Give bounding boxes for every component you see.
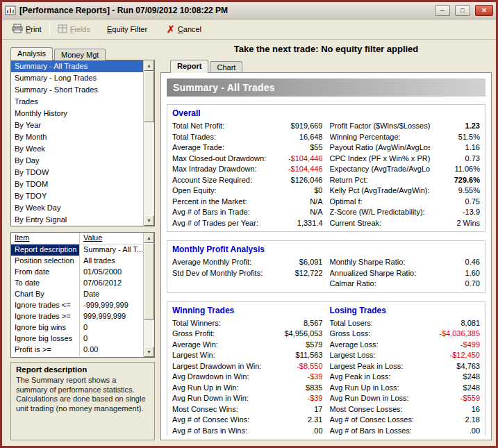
stat-value: $835 [273,383,323,394]
property-grid-main: Item Value Report descriptionSummary - A… [11,233,143,357]
stat-label: Total Losers: [330,318,431,329]
property-grid-body: Report descriptionSummary - All T...Posi… [11,244,143,356]
stat-row: Most Consec Losses:16 [330,404,481,415]
stat-label: Annualized Sharpe Ratio: [330,268,431,279]
list-item[interactable]: By Day [11,155,143,167]
list-item[interactable]: Summary - Long Trades [11,72,143,84]
stat-label: Avg Run Up in Win: [172,383,273,394]
tab-analysis[interactable]: Analysis [10,47,53,60]
stat-value: -$39 [273,393,323,404]
stat-value: -$4,036,385 [430,329,480,340]
property-row[interactable]: Position selectionAll trades [11,256,143,267]
stat-row: Total Winners:8,567 [172,318,323,329]
section-heading: Monthly Profit Analysis [172,243,323,257]
stat-row: Avg Run Up in Loss:$248 [330,383,481,394]
fields-button[interactable]: Fields [53,22,94,37]
list-item[interactable]: Summary - Short Trades [11,84,143,96]
app-icon [5,5,16,16]
property-row[interactable]: Ignore trades <=-999,999,999 [11,300,143,311]
stat-value: $4,763 [430,361,480,372]
tab-report[interactable]: Report [170,60,208,73]
stat-row: Average Loss:-$499 [330,340,481,351]
stat-label: Z-Score (W/L Predictability): [330,207,431,218]
stat-row: Largest Win:$11,563 [172,350,323,361]
stat-value: $0 [273,185,323,197]
property-row[interactable]: To date07/06/2012 [11,278,143,289]
column-header-item[interactable]: Item [11,233,80,244]
list-item[interactable]: By Week Day [11,202,143,214]
list-item[interactable]: By TDOW [11,167,143,179]
scroll-down-icon[interactable]: ▼ [144,215,154,226]
stat-row: Gross Profit:$4,956,053 [172,329,323,340]
list-item[interactable]: By TDOY [11,190,143,202]
list-item[interactable]: By Entry Signal [11,214,143,226]
list-item[interactable]: By TDOM [11,179,143,190]
stat-value: 1.23 [430,121,480,132]
stat-row: Total Trades:16,648 [172,132,323,143]
stat-row: CPC Index (PF x Win% x PR):0.73 [330,154,481,165]
grid-scrollbar-thumb[interactable] [144,243,154,320]
stat-row: Avg # of Consec Losses:2.18 [330,415,481,426]
tab-money-mgt[interactable]: Money Mgt [54,49,106,60]
property-row[interactable]: Report descriptionSummary - All T... [11,244,143,256]
scroll-up-icon[interactable]: ▲ [144,60,154,71]
property-grid: Item Value Report descriptionSummary - A… [10,232,155,358]
stat-value: 1,331.4 [273,218,323,229]
stat-label: Avg Drawdown in Win: [172,372,273,383]
maximize-button[interactable]: □ [455,5,470,16]
list-scrollbar-thumb[interactable] [144,71,154,122]
stat-value: 11.06% [430,164,480,175]
property-row[interactable]: Ignore big wins0 [11,322,143,333]
property-value-cell: 07/06/2012 [80,278,143,289]
report-body: OverallTotal Net Profit:$919,669Total Tr… [167,104,485,435]
list-item[interactable]: Summary - All Trades [11,60,143,72]
list-item[interactable]: By Month [11,131,143,143]
stat-label: Avg Run Down in Win: [172,393,273,404]
stat-row: Max Closed-out Drawdown:-$104,446 [172,154,323,165]
equity-filter-button[interactable]: Equity Filter [103,23,151,35]
stat-row: Std Dev of Monthly Profits:$12,722 [172,268,323,279]
list-scrollbar[interactable]: ▲ ▼ [143,60,154,226]
property-row[interactable]: Chart ByDate [11,289,143,300]
list-scrollbar-track[interactable] [144,71,154,215]
stat-row: Account Size Required:$126,046 [172,175,323,186]
stat-value: -$12,450 [430,350,480,361]
stat-row: Open Equity:$0 [172,185,323,197]
equity-filter-label: Equity Filter [107,25,147,33]
stat-label: Expectancy (AvgTrade/AvgLoss): [330,164,431,175]
minimize-button[interactable]: ─ [435,5,450,16]
close-button[interactable]: ✕ [475,5,493,16]
stat-label: Avg Peak in Loss: [330,372,431,383]
left-panel: Analysis Money Mgt Summary - All TradesS… [10,42,155,440]
grid-scrollbar-track[interactable] [144,243,154,347]
stat-value: -$39 [273,372,323,383]
property-row[interactable]: Profit is >=0.00 [11,345,143,356]
cancel-button[interactable]: ✗ Cancel [163,22,206,36]
list-item[interactable]: By Year [11,119,143,131]
list-item[interactable]: Monthly History [11,108,143,119]
stat-label: Account Size Required: [172,175,273,186]
stat-row: Max Intraday Drawdown:-$104,446 [172,164,323,175]
scroll-up-icon[interactable]: ▲ [144,233,154,243]
window-title: [Performance Reports] - Run 07/09/2012 1… [19,6,430,15]
print-button[interactable]: Print [8,22,46,37]
list-item[interactable]: By Week [11,143,143,155]
stat-label: Total Winners: [172,318,273,329]
tab-chart[interactable]: Chart [210,61,242,73]
property-row[interactable]: Ignore big losses0 [11,333,143,345]
scroll-down-icon[interactable]: ▼ [144,347,154,357]
stat-label: Most Consec Losses: [330,404,431,415]
report-title-banner: Summary - All Trades [167,78,485,97]
property-row[interactable]: From date01/05/2000 [11,267,143,278]
stat-value: $55 [273,142,323,154]
stat-value: .00 [273,426,323,436]
column-header-value[interactable]: Value [80,233,106,244]
list-item[interactable]: Trades [11,96,143,108]
cancel-label: Cancel [178,25,201,33]
stat-label: Most Consec Wins: [172,404,273,415]
title-bar[interactable]: [Performance Reports] - Run 07/09/2012 1… [2,2,496,19]
property-row[interactable]: Ignore trades >=999,999,999 [11,311,143,322]
grid-scrollbar[interactable]: ▲ ▼ [143,233,154,357]
section-heading: Winning Trades [172,304,323,318]
stat-value: $248 [430,372,480,383]
